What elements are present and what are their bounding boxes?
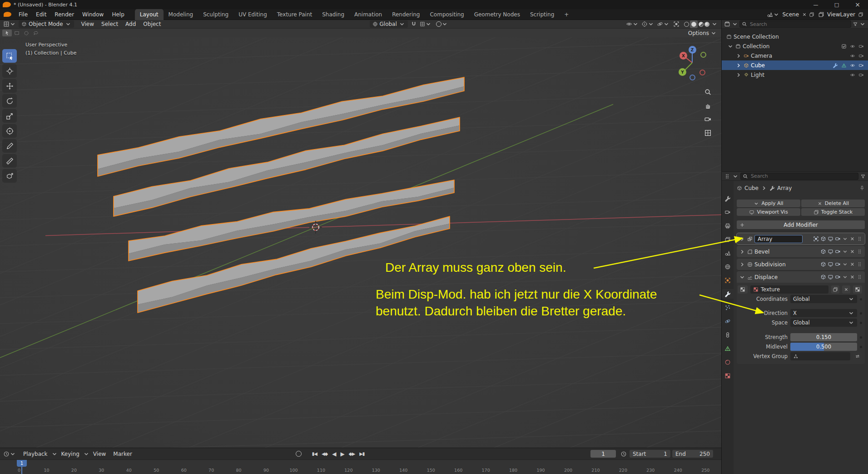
workspace-tab-modeling[interactable]: Modeling [164,9,198,20]
scene-icon[interactable] [767,11,773,18]
direction-keyframe-dot[interactable] [860,312,862,314]
displace-render-icon[interactable] [835,274,841,280]
vertex-group-field[interactable] [790,352,850,360]
menu-file[interactable]: File [15,9,32,20]
viewlayer-copy-icon[interactable] [858,12,863,17]
use-preview-range-icon[interactable] [620,451,627,457]
workspace-tab-animation[interactable]: Animation [349,9,387,20]
play-button[interactable]: ▶ [338,451,347,457]
array-delete-icon[interactable] [849,236,855,242]
menu-view-timeline[interactable]: View [89,451,109,457]
texture-datablock-field[interactable]: Texture [750,285,828,294]
collection-hide-eye-icon[interactable] [850,44,855,49]
cube-modifier-wrench-icon[interactable] [833,63,838,68]
viewport-canvas[interactable] [0,37,721,448]
tab-scene[interactable] [722,248,734,258]
gizmos-icon[interactable] [641,21,648,27]
menu-object[interactable]: Object [139,21,164,27]
outliner-filter-icon[interactable] [853,21,858,27]
scene-browse-chevron-icon[interactable] [773,11,779,18]
tab-physics[interactable] [722,316,734,326]
tool-transform[interactable] [2,124,17,138]
menu-render[interactable]: Render [50,9,78,20]
outliner-row-camera[interactable]: Camera [722,51,868,60]
mode-dropdown[interactable]: Object Mode [19,20,74,28]
displace-delete-icon[interactable] [849,274,855,280]
bevel-extras-chevron-icon[interactable] [842,249,848,254]
editor-type-icon[interactable] [3,21,10,27]
space-dropdown[interactable]: Global [790,319,857,327]
tool-add-cube[interactable] [2,169,17,183]
properties-search[interactable] [740,173,858,180]
menu-view[interactable]: View [78,21,98,27]
tab-texture[interactable] [722,371,734,380]
toggle-stack-button[interactable]: Toggle Stack [801,208,865,216]
direction-dropdown[interactable]: X [790,309,857,317]
subdivision-realtime-icon[interactable] [828,261,833,267]
camera-hide-eye-icon[interactable] [850,53,855,59]
menu-help[interactable]: Help [108,9,128,20]
scene-name[interactable]: Scene [779,11,802,18]
tab-render[interactable] [722,207,734,217]
menu-marker[interactable]: Marker [109,451,135,457]
workspace-tab-geometry-nodes[interactable]: Geometry Nodes [469,9,525,20]
outliner-search[interactable] [739,20,851,28]
outliner-row-scene-collection[interactable]: Scene Collection [722,32,868,41]
add-modifier-button[interactable]: Add Modifier [737,220,865,229]
workspace-tab-layout[interactable]: Layout [135,9,164,20]
viewlayer-name[interactable]: ViewLayer [824,11,858,18]
editor-type-chevron-icon[interactable] [10,21,16,27]
texture-copy-button[interactable] [831,285,839,294]
properties-filter-icon[interactable] [860,174,866,179]
close-button[interactable]: × [847,0,868,9]
perspective-toggle-icon[interactable] [704,129,712,137]
properties-search-input[interactable] [750,173,856,180]
workspace-tab-scripting[interactable]: Scripting [525,9,559,20]
shading-chevron-icon[interactable] [711,21,718,27]
playhead-frame-badge[interactable]: 1 [17,460,27,467]
workspace-tab-shading[interactable]: Shading [317,9,349,20]
coordinates-dropdown[interactable]: Global [790,295,857,303]
tab-particles[interactable] [722,303,734,312]
camera-render-camera-icon[interactable] [858,53,864,59]
pan-hand-icon[interactable] [704,102,712,110]
add-workspace-button[interactable]: + [559,9,574,20]
camera-expand-icon[interactable] [735,53,742,59]
menu-playback[interactable]: Playback [20,451,51,457]
displace-drag-handle-icon[interactable] [857,274,863,280]
tool-scale[interactable] [2,109,17,123]
tab-world[interactable] [722,262,734,271]
outliner-row-light[interactable]: Light [722,70,868,80]
snap-chevron-icon[interactable] [425,21,432,27]
tool-annotate[interactable] [2,139,17,153]
frame-end-field[interactable]: End250 [672,450,713,458]
outliner-editor-chevron-icon[interactable] [732,21,738,27]
auto-keyframe-icon[interactable] [296,451,302,457]
array-extras-chevron-icon[interactable] [842,236,848,242]
viewport-vis-button[interactable]: Viewport Vis [737,208,800,216]
subdivision-extras-chevron-icon[interactable] [842,261,848,267]
apply-all-button[interactable]: Apply All [737,200,800,207]
menu-window[interactable]: Window [78,9,108,20]
tool-cursor[interactable] [2,64,17,78]
tab-output[interactable] [722,221,734,230]
light-hide-eye-icon[interactable] [850,72,855,78]
maximize-button[interactable]: □ [826,0,847,9]
gizmo-axis-x-negative[interactable] [699,70,705,75]
scene-unlink-icon[interactable] [802,12,807,17]
menu-add[interactable]: Add [122,21,139,27]
snap-magnet-icon[interactable] [411,21,417,27]
tab-constraints[interactable] [722,330,734,339]
timeline-ruler[interactable]: 0102030405060708090100110120130140150160… [0,459,721,474]
show-texture-tab-button[interactable] [853,285,862,294]
select-mode-tweak-icon[interactable] [2,30,12,36]
displace-edit-mode-icon[interactable] [820,274,826,280]
displace-extras-chevron-icon[interactable] [842,274,848,280]
pin-icon[interactable] [859,185,865,191]
proportional-chevron-icon[interactable] [441,21,448,27]
overlays-chevron-icon[interactable] [663,21,670,27]
array-on-cage-icon[interactable] [813,236,819,242]
outliner-filter-chevron-icon[interactable] [859,21,866,27]
gizmo-axis-y[interactable]: Y [679,68,686,76]
object-types-chevron-icon[interactable] [632,21,639,27]
